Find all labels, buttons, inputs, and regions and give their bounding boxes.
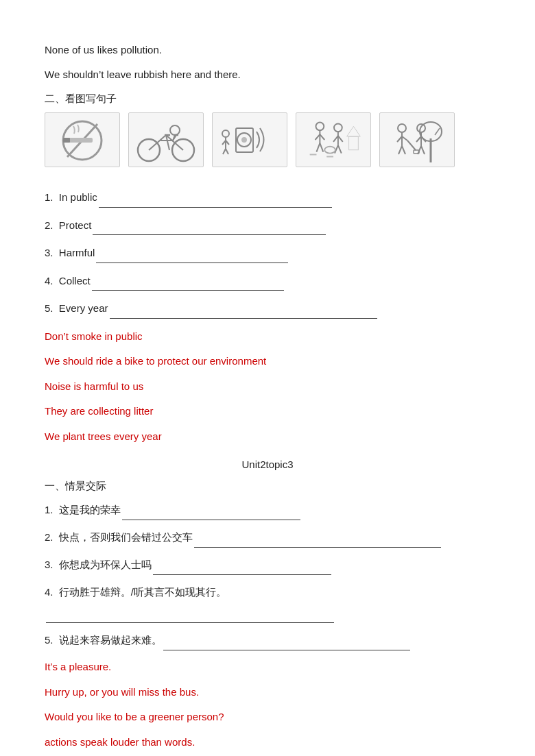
fill-item-2: 2. Protect [45, 216, 490, 236]
ch-underline-3 [153, 574, 331, 575]
svg-rect-24 [349, 136, 359, 150]
svg-line-45 [397, 136, 402, 142]
ch-answer-1: It’s a pleasure. [45, 657, 490, 677]
image-collecting-litter [296, 112, 371, 167]
svg-point-43 [398, 124, 406, 132]
ch-answer-2: Hurry up, or you will miss the bus. [45, 683, 490, 703]
svg-line-6 [149, 135, 166, 150]
svg-line-47 [399, 146, 402, 154]
fill-underline-5 [110, 318, 377, 319]
unit-label: Unit2topic3 [45, 459, 490, 470]
fill-item-1: 1. In public [45, 188, 490, 208]
svg-line-28 [320, 134, 324, 140]
ch-underline-1 [122, 520, 300, 520]
images-row [45, 112, 490, 167]
svg-point-17 [241, 137, 247, 143]
fill-underline-4 [92, 290, 284, 291]
svg-line-46 [402, 136, 407, 141]
ch-fill-2: 2. 快点，否则我们会错过公交车 [45, 527, 490, 548]
chinese-fill-section: 1. 这是我的荣幸 2. 快点，否则我们会错过公交车 3. 你想成为环保人士吗 … [45, 500, 490, 650]
ch-underline-4 [46, 622, 334, 623]
intro-line2: We shouldn’t leave rubbish here and ther… [45, 66, 490, 84]
svg-line-36 [338, 145, 342, 154]
svg-line-14 [173, 135, 175, 141]
image-noise-speaker [212, 112, 287, 167]
svg-line-48 [402, 146, 405, 154]
svg-point-25 [316, 122, 324, 130]
svg-line-56 [421, 146, 425, 154]
ch-underline-2 [194, 547, 441, 548]
ch-underline-5 [163, 650, 410, 650]
svg-line-29 [316, 143, 320, 152]
svg-line-33 [333, 136, 338, 142]
svg-point-31 [334, 123, 342, 132]
image-planting-tree [379, 112, 455, 167]
svg-line-27 [315, 134, 320, 140]
svg-line-30 [320, 143, 323, 152]
svg-line-53 [416, 136, 421, 142]
section1-title: 二、看图写句子 [45, 93, 490, 106]
svg-point-37 [324, 147, 335, 154]
fill-item-3: 3. Harmful [45, 243, 490, 263]
svg-rect-2 [69, 138, 93, 143]
image-no-smoking [45, 112, 120, 167]
svg-line-49 [407, 141, 416, 150]
fill-underline-3 [96, 263, 288, 263]
fill-section: 1. In public 2. Protect 3. Harmful 4. Co… [45, 188, 490, 319]
section2-title: 一、情景交际 [45, 480, 490, 493]
answer-5: We plant trees every year [45, 427, 490, 447]
fill-underline-2 [93, 234, 326, 235]
ch-fill-5: 5. 说起来容易做起来难。 [45, 630, 490, 650]
svg-rect-3 [63, 138, 70, 143]
fill-item-4: 4. Collect [45, 271, 490, 291]
svg-line-42 [435, 128, 440, 135]
svg-line-23 [226, 149, 228, 154]
ch-fill-3: 3. 你想成为环保人士吗 [45, 554, 490, 575]
fill-item-5: 5. Every year [45, 299, 490, 319]
svg-point-13 [170, 125, 180, 135]
answer-4: They are collecting litter [45, 402, 490, 422]
answer-1: Don’t smoke in public [45, 327, 490, 347]
fill-underline-1 [99, 207, 332, 208]
ch-fill-1: 1. 这是我的荣幸 [45, 500, 490, 520]
svg-point-18 [222, 130, 229, 137]
image-riding-bike [128, 112, 204, 167]
ch-answer-4: actions speak louder than words. [45, 733, 490, 753]
answer-2: We should ride a bike to protect our env… [45, 352, 490, 371]
answer-3: Noise is harmful to us [45, 377, 490, 397]
intro-line1: None of us likes pollution. [45, 41, 490, 59]
svg-line-34 [338, 136, 343, 142]
ch-fill-4: 4. 行动胜于雄辩。/听其言不如现其行。 [45, 582, 490, 623]
svg-line-22 [223, 149, 226, 154]
ch-answer-3: Would you like to be a greener person? [45, 707, 490, 727]
